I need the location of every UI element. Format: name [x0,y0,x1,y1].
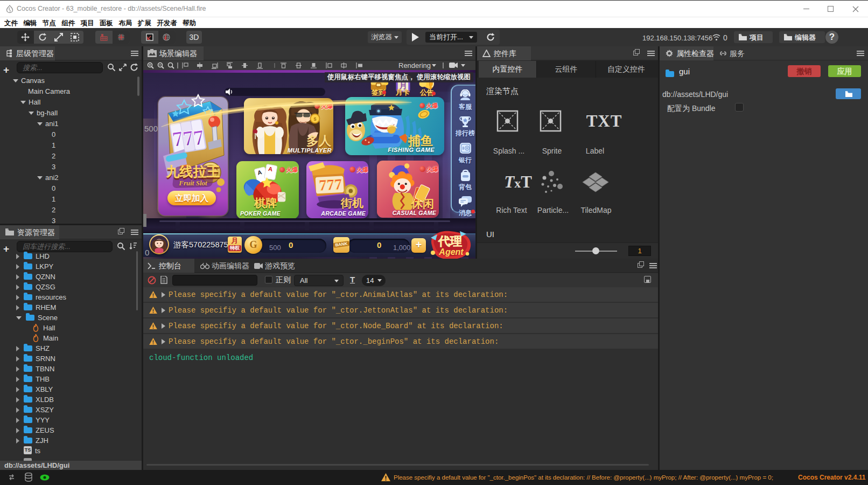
svg-text:777: 777 [318,175,342,193]
svg-text:代理: 代理 [438,234,462,248]
svg-text:Agent: Agent [438,247,464,257]
